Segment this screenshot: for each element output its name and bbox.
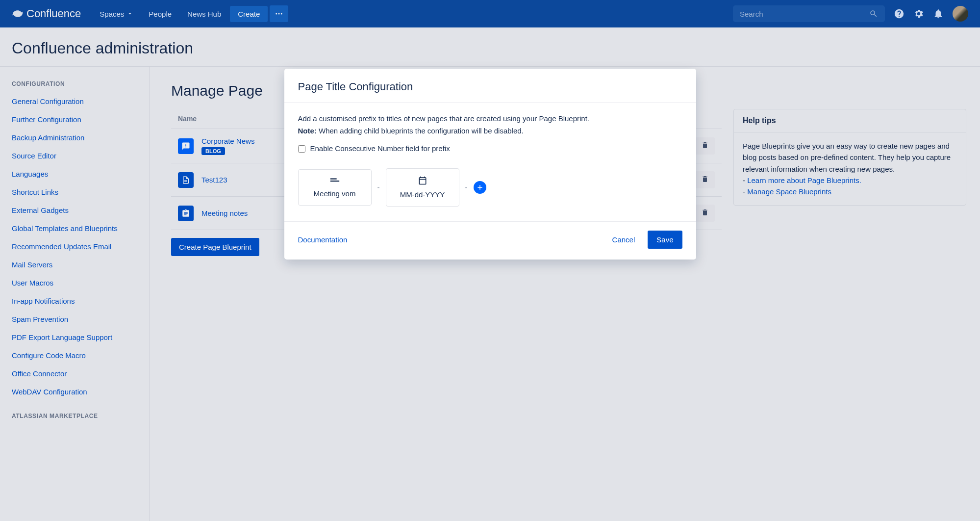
modal-overlay[interactable]: Page Title Configuration Add a customise… xyxy=(0,0,980,521)
plus-icon xyxy=(476,183,484,191)
date-chip[interactable]: MM-dd-YYYY xyxy=(386,168,459,207)
chip-separator: - xyxy=(377,182,380,193)
prefix-chips: Meeting vom - MM-dd-YYYY - xyxy=(298,168,682,207)
modal-description: Add a customised prefix to titles of new… xyxy=(298,113,682,125)
documentation-link[interactable]: Documentation xyxy=(298,235,348,244)
text-chip[interactable]: Meeting vom xyxy=(298,169,372,206)
page-title-config-modal: Page Title Configuration Add a customise… xyxy=(284,69,696,260)
text-lines-icon xyxy=(309,177,360,184)
enable-consecutive-number-row: Enable Consecutive Number field for pref… xyxy=(298,143,682,155)
checkbox-label: Enable Consecutive Number field for pref… xyxy=(310,143,450,155)
modal-header: Page Title Configuration xyxy=(284,69,696,103)
chip-separator: - xyxy=(465,182,468,193)
modal-footer: Documentation Cancel Save xyxy=(284,221,696,260)
modal-title: Page Title Configuration xyxy=(298,80,682,93)
enable-consecutive-number-checkbox[interactable] xyxy=(298,145,305,153)
modal-body: Add a customised prefix to titles of new… xyxy=(284,103,696,221)
save-button[interactable]: Save xyxy=(648,231,682,249)
modal-note: Note: When adding child blueprints the c… xyxy=(298,126,682,137)
svg-rect-8 xyxy=(330,178,336,179)
svg-rect-9 xyxy=(330,181,339,182)
add-chip-button[interactable] xyxy=(474,181,486,194)
cancel-button[interactable]: Cancel xyxy=(606,231,641,249)
calendar-icon xyxy=(397,176,448,185)
